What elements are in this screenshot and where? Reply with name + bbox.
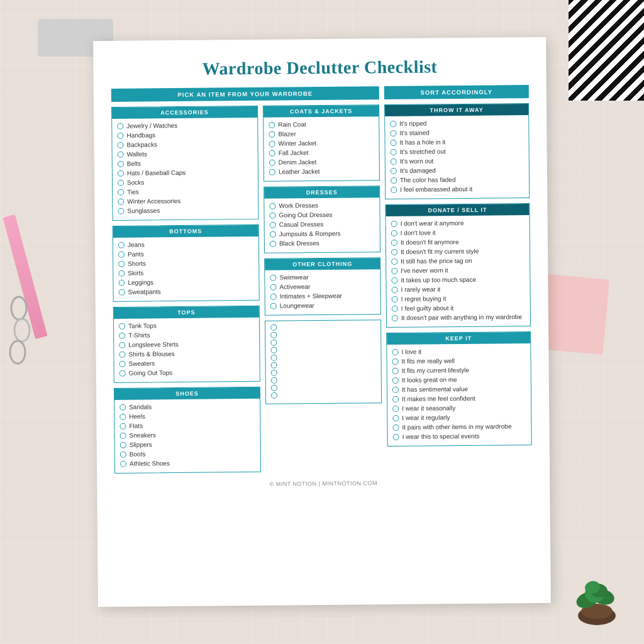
checkbox-circle[interactable] xyxy=(392,396,399,402)
checkbox-circle[interactable] xyxy=(269,150,275,156)
list-item[interactable]: Jumpsuits & Rompers xyxy=(270,229,375,238)
checkbox-circle[interactable] xyxy=(392,296,398,302)
checkbox-circle[interactable] xyxy=(270,231,276,237)
checkbox-circle[interactable] xyxy=(118,242,125,248)
list-item[interactable]: Sweaters xyxy=(119,358,255,368)
checkbox-circle[interactable] xyxy=(118,151,124,157)
checkbox-circle[interactable] xyxy=(391,158,397,164)
list-item[interactable]: Going Out Dresses xyxy=(269,210,374,219)
empty-circle-row[interactable] xyxy=(270,323,375,330)
checkbox-circle[interactable] xyxy=(120,432,126,438)
checkbox-circle[interactable] xyxy=(119,423,126,429)
checkbox-circle[interactable] xyxy=(270,347,277,353)
checkbox-circle[interactable] xyxy=(120,451,126,457)
checkbox-circle[interactable] xyxy=(117,142,123,148)
empty-circle-row[interactable] xyxy=(270,338,375,345)
list-item[interactable]: It's ripped xyxy=(390,118,523,128)
list-item[interactable]: I feel guilty about it xyxy=(392,303,525,313)
list-item[interactable]: Activewear xyxy=(270,282,375,291)
list-item[interactable]: Jeans xyxy=(118,240,253,249)
checkbox-circle[interactable] xyxy=(391,267,397,274)
checkbox-circle[interactable] xyxy=(270,332,277,338)
checkbox-circle[interactable] xyxy=(270,284,276,290)
checkbox-circle[interactable] xyxy=(118,198,124,204)
list-item[interactable]: It takes up too much space xyxy=(391,275,525,284)
list-item[interactable]: Leather Jacket xyxy=(269,167,374,175)
list-item[interactable]: Swimwear xyxy=(270,272,375,281)
checkbox-circle[interactable] xyxy=(120,441,126,448)
empty-circle-row[interactable] xyxy=(271,361,376,368)
checkbox-circle[interactable] xyxy=(392,348,398,355)
checkbox-circle[interactable] xyxy=(391,248,397,255)
checkbox-circle[interactable] xyxy=(118,251,125,257)
checkbox-circle[interactable] xyxy=(391,277,397,283)
checkbox-circle[interactable] xyxy=(271,377,277,384)
list-item[interactable]: Denim Jacket xyxy=(269,157,374,166)
checkbox-circle[interactable] xyxy=(269,159,275,165)
checkbox-circle[interactable] xyxy=(391,258,397,264)
checkbox-circle[interactable] xyxy=(391,177,397,183)
checkbox-circle[interactable] xyxy=(269,131,275,137)
checkbox-circle[interactable] xyxy=(392,305,398,311)
list-item[interactable]: It's damaged xyxy=(391,165,524,175)
list-item[interactable]: Work Dresses xyxy=(269,201,374,209)
checkbox-circle[interactable] xyxy=(117,132,123,138)
list-item[interactable]: Flats xyxy=(119,421,255,430)
checkbox-circle[interactable] xyxy=(119,289,125,295)
checkbox-circle[interactable] xyxy=(119,351,125,357)
list-item[interactable]: Shirts & Blouses xyxy=(119,349,254,358)
checkbox-circle[interactable] xyxy=(392,314,398,321)
list-item[interactable]: Wallets xyxy=(118,149,253,158)
checkbox-circle[interactable] xyxy=(118,270,125,276)
checkbox-circle[interactable] xyxy=(120,460,126,467)
list-item[interactable]: I don't love it xyxy=(391,228,525,237)
list-item[interactable]: I wear it seasonally xyxy=(392,403,526,413)
checkbox-circle[interactable] xyxy=(270,325,277,331)
empty-circle-row[interactable] xyxy=(270,346,375,353)
checkbox-circle[interactable] xyxy=(392,286,398,292)
list-item[interactable]: I rarely wear it xyxy=(391,284,525,294)
list-item[interactable]: Backpacks xyxy=(117,140,252,149)
checkbox-circle[interactable] xyxy=(271,392,277,399)
checkbox-circle[interactable] xyxy=(119,332,125,338)
list-item[interactable]: Ties xyxy=(118,187,253,196)
checkbox-circle[interactable] xyxy=(118,260,125,267)
list-item[interactable]: Casual Dresses xyxy=(270,219,375,228)
list-item[interactable]: Jewelry / Watches xyxy=(117,121,252,130)
checkbox-circle[interactable] xyxy=(271,370,277,376)
checkbox-circle[interactable] xyxy=(118,208,124,214)
list-item[interactable]: Hats / Baseball Caps xyxy=(118,168,253,177)
list-item[interactable]: It has a hole in it xyxy=(390,137,523,147)
list-item[interactable]: It fits me really well xyxy=(392,356,525,365)
list-item[interactable]: I regret buying it xyxy=(392,294,525,303)
list-item[interactable]: It still has the price tag on xyxy=(391,256,525,265)
list-item[interactable]: Socks xyxy=(118,177,253,187)
checkbox-circle[interactable] xyxy=(269,203,275,209)
checkbox-circle[interactable] xyxy=(391,220,397,226)
checkbox-circle[interactable] xyxy=(392,386,399,392)
list-item[interactable]: I feel embarassed about it xyxy=(391,184,524,194)
checkbox-circle[interactable] xyxy=(118,179,124,186)
list-item[interactable]: It's stained xyxy=(390,128,523,137)
checkbox-circle[interactable] xyxy=(393,433,399,440)
list-item[interactable]: Sneakers xyxy=(120,430,255,440)
list-item[interactable]: Pants xyxy=(118,249,253,258)
checkbox-circle[interactable] xyxy=(391,148,397,155)
list-item[interactable]: Fall Jacket xyxy=(269,148,374,157)
checkbox-circle[interactable] xyxy=(270,240,276,247)
list-item[interactable]: Winter Jacket xyxy=(269,138,374,147)
list-item[interactable]: Heels xyxy=(119,411,255,421)
checkbox-circle[interactable] xyxy=(271,362,277,369)
checkbox-circle[interactable] xyxy=(271,385,277,391)
checkbox-circle[interactable] xyxy=(119,323,125,329)
checkbox-circle[interactable] xyxy=(118,279,125,286)
empty-circle-row[interactable] xyxy=(270,353,375,360)
list-item[interactable]: It looks great on me xyxy=(392,375,526,384)
list-item[interactable]: It's worn out xyxy=(391,156,524,165)
list-item[interactable]: I've never worn it xyxy=(391,265,525,275)
checkbox-circle[interactable] xyxy=(269,121,275,128)
checkbox-circle[interactable] xyxy=(270,340,277,346)
list-item[interactable]: I don't wear it anymore xyxy=(391,218,525,228)
checkbox-circle[interactable] xyxy=(392,405,399,411)
checkbox-circle[interactable] xyxy=(118,189,124,195)
